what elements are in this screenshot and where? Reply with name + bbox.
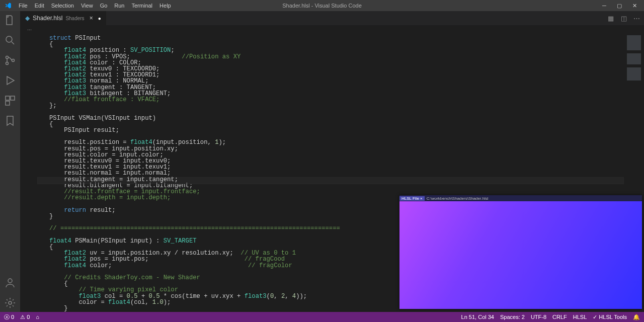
- window-maximize-button[interactable]: ▢: [612, 3, 627, 9]
- status-eol[interactable]: CRLF: [552, 314, 567, 320]
- editor-more-icon[interactable]: ⋯: [633, 15, 640, 22]
- svg-point-3: [12, 59, 15, 62]
- status-bell-icon[interactable]: 🔔: [633, 314, 640, 320]
- tab-shader[interactable]: ◆ Shader.hlsl Shaders ×: [20, 11, 107, 25]
- window-close-button[interactable]: ✕: [627, 3, 642, 9]
- status-warnings[interactable]: ⚠ 0: [20, 314, 30, 320]
- file-icon: ◆: [25, 15, 30, 22]
- menu-selection[interactable]: Selection: [48, 3, 77, 9]
- svg-point-8: [9, 301, 12, 304]
- breadcrumb[interactable]: ...: [20, 25, 644, 34]
- tab-close-icon[interactable]: ×: [90, 15, 93, 22]
- svg-point-1: [6, 56, 9, 59]
- svg-rect-6: [6, 101, 10, 105]
- menu-edit[interactable]: Edit: [31, 3, 48, 9]
- status-home-icon[interactable]: ⌂: [36, 314, 39, 320]
- tab-label: Shader.hlsl: [33, 15, 62, 22]
- menu-go[interactable]: Go: [97, 3, 111, 9]
- explorer-icon[interactable]: [4, 14, 16, 26]
- status-errors[interactable]: ⓧ 0: [4, 313, 14, 321]
- settings-gear-icon[interactable]: [4, 297, 16, 309]
- status-bar: ⓧ 0 ⚠ 0 ⌂ Ln 51, Col 34 Spaces: 2 UTF-8 …: [0, 312, 644, 322]
- title-bar: File Edit Selection View Go Run Terminal…: [0, 0, 644, 11]
- vscode-logo-icon: [4, 2, 12, 10]
- menu-file[interactable]: File: [15, 3, 31, 9]
- preview-path: C:\workbench\Shaders\Shader.hlsl: [427, 196, 489, 201]
- current-line-highlight: [37, 177, 624, 184]
- extensions-icon[interactable]: [4, 95, 16, 107]
- activity-bar: [0, 11, 20, 312]
- svg-point-2: [6, 62, 9, 65]
- source-control-icon[interactable]: [4, 54, 16, 66]
- status-language[interactable]: HLSL: [573, 314, 587, 320]
- menu-run[interactable]: Run: [111, 3, 128, 9]
- svg-rect-4: [6, 96, 10, 100]
- run-debug-icon[interactable]: [4, 74, 16, 87]
- menu-bar: File Edit Selection View Go Run Terminal…: [2, 2, 175, 10]
- window-minimize-button[interactable]: ─: [597, 3, 612, 9]
- tab-sub: Shaders: [65, 16, 84, 21]
- status-encoding[interactable]: UTF-8: [531, 314, 546, 320]
- account-icon[interactable]: [4, 277, 16, 289]
- menu-view[interactable]: View: [77, 3, 97, 9]
- tab-bar: ◆ Shader.hlsl Shaders × ▦ ◫ ⋯: [20, 11, 644, 25]
- menu-help[interactable]: Help: [156, 3, 175, 9]
- status-tools[interactable]: ✓ HLSL Tools: [593, 314, 627, 320]
- preview-tag: HLSL File ×: [399, 196, 425, 201]
- search-icon[interactable]: [4, 34, 16, 46]
- svg-rect-5: [11, 96, 15, 100]
- bookmark-icon[interactable]: [4, 115, 16, 127]
- svg-point-0: [6, 36, 12, 42]
- svg-point-7: [8, 279, 12, 283]
- preview-titlebar: HLSL File × C:\workbench\Shaders\Shader.…: [399, 195, 642, 201]
- window-title: Shader.hlsl - Visual Studio Code: [282, 3, 362, 9]
- status-lncol[interactable]: Ln 51, Col 34: [461, 314, 494, 320]
- editor-grid-icon[interactable]: ▦: [608, 15, 614, 22]
- editor-split-icon[interactable]: ◫: [621, 15, 627, 22]
- shader-preview-panel[interactable]: HLSL File × C:\workbench\Shaders\Shader.…: [399, 195, 642, 309]
- menu-terminal[interactable]: Terminal: [128, 3, 156, 9]
- status-spaces[interactable]: Spaces: 2: [500, 314, 525, 320]
- editor-area[interactable]: struct PSInput { float4 position : SV_PO…: [20, 34, 644, 312]
